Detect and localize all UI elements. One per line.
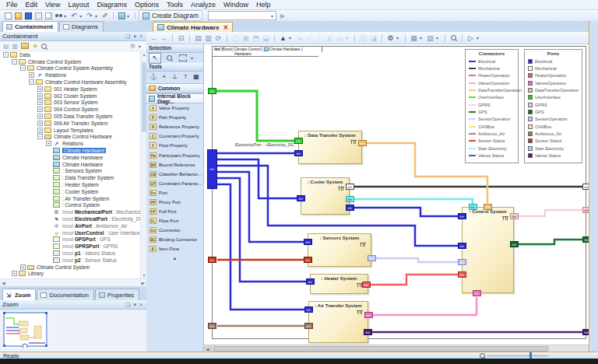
tree-item[interactable]: : Air Transfer System	[0, 195, 140, 202]
tree-plus-badge[interactable]: +	[37, 107, 43, 112]
tree-plus-badge[interactable]: +	[37, 128, 43, 133]
tree-item[interactable]: Climate Hardware	[0, 161, 140, 168]
combo-caret[interactable]: ▾	[271, 13, 276, 19]
menu-item-window[interactable]: Window	[220, 0, 252, 9]
simulate-icon[interactable]: ▷	[466, 34, 475, 42]
marquee-select-tool[interactable]	[177, 53, 189, 64]
zoom-tool[interactable]	[163, 53, 175, 64]
show-children-icon[interactable]: ▥	[204, 34, 213, 42]
tree-item[interactable]: −Climate Control Hardware Assembly	[0, 79, 140, 86]
port-dts-user-interface[interactable]: «»	[294, 138, 303, 144]
palette-item[interactable]: IFItem Flow	[146, 244, 203, 254]
block-cooler-system[interactable]: : Cooler System	[301, 177, 350, 215]
zoom-close-icon[interactable]: ×	[138, 302, 144, 307]
port-control-heater-operation[interactable]: «»	[458, 271, 466, 278]
port-air-valves-operation[interactable]: «»	[364, 312, 373, 318]
shape-caret[interactable]: ▾	[346, 35, 350, 40]
layout-caret[interactable]: ▾	[289, 35, 294, 40]
tree-item[interactable]: Climate Hardware	[0, 147, 140, 154]
layout-icon[interactable]: ▲	[279, 34, 287, 42]
port-control-start-electricity[interactable]: «»	[469, 204, 477, 210]
print-preview-icon[interactable]	[44, 11, 53, 20]
menu-item-diagrams[interactable]: Diagrams	[93, 0, 131, 9]
port-sensors-electrical[interactable]: «»	[304, 239, 312, 245]
back-icon[interactable]: ←	[150, 34, 158, 42]
tab-documentation[interactable]: Documentation	[37, 289, 93, 300]
tree-item[interactable]: : Heater System	[0, 181, 140, 188]
status-zoom-slider[interactable]	[480, 353, 548, 359]
tree-plus-badge[interactable]: +	[37, 100, 43, 105]
undo-icon[interactable]	[69, 11, 79, 20]
tab-climate-hardware[interactable]: Climate Hardware ✕	[153, 22, 233, 32]
tree-item[interactable]: : Cooler System	[0, 188, 140, 195]
block-heater-system[interactable]: : Heater System	[310, 274, 368, 294]
favorites-icon[interactable]: ★	[32, 42, 38, 50]
canvas-scroll-thumb[interactable]	[213, 346, 548, 352]
port-air-ambience[interactable]: «»	[304, 323, 313, 329]
tree-item[interactable]: Climate Hardware	[0, 154, 140, 161]
run-icon[interactable]: ▶	[280, 12, 285, 19]
tree-item[interactable]: inout GPSPort : GPS	[0, 236, 140, 243]
port-cooler-electrical-right[interactable]: «»	[346, 205, 354, 211]
tree-item[interactable]: inout AirPort : Ambience_Air	[0, 222, 140, 229]
port-dts-electrical[interactable]: «»	[294, 150, 303, 156]
float-panel-icon[interactable]: ❏	[124, 33, 132, 40]
menu-item-help[interactable]: Help	[252, 0, 275, 9]
port-frame-user-interface[interactable]: «»	[208, 88, 216, 94]
port-control-electrical-2[interactable]: «»	[458, 243, 466, 249]
appearance-icon[interactable]: ▧	[426, 34, 434, 42]
show-parents-icon[interactable]: ▤	[194, 34, 202, 42]
tree-item[interactable]: inout ElectricalPort : Electricity_DC	[0, 215, 140, 222]
tree-item[interactable]: +Layout Templates	[0, 127, 140, 134]
port-frame-mechanical[interactable]: «»	[582, 184, 589, 190]
print-icon[interactable]	[33, 11, 43, 20]
diagrams-dropdown-caret[interactable]: ▾	[127, 13, 132, 19]
tree-item[interactable]: −Data	[0, 51, 140, 58]
block-air-transfer-system[interactable]: : Air Transfer System	[308, 301, 368, 343]
palette-item[interactable]: FLFlow Port	[146, 216, 203, 226]
zoom-search-icon[interactable]	[449, 34, 458, 42]
palette-item[interactable]: CnConnector	[146, 226, 203, 235]
tree-item[interactable]: −Climate Control System Assembly	[0, 65, 140, 72]
resize-tool-icon[interactable]: ⊥	[171, 72, 180, 82]
oblique-path-icon[interactable]: ⋮	[315, 34, 324, 42]
tree-settings-gear-icon[interactable]: ⚙	[130, 43, 135, 50]
grid-tool-icon[interactable]: ▦	[192, 72, 201, 82]
route-path-icon[interactable]: ↘	[295, 34, 304, 42]
tree-item[interactable]: +Climate Control System	[0, 264, 140, 271]
tree-plus-badge[interactable]: +	[37, 86, 43, 92]
tree-item[interactable]: +Library	[0, 271, 140, 278]
note-icon[interactable]: ◪	[369, 34, 378, 42]
tree-item[interactable]: +004 Control System	[0, 106, 140, 113]
quick-search-icon[interactable]	[41, 44, 47, 49]
port-cooler-electrical-left[interactable]: «»	[297, 195, 305, 201]
tree-item[interactable]: +006 Air Transfer System	[0, 120, 140, 127]
tree-item[interactable]: : Control System	[0, 202, 140, 209]
tree-item[interactable]: +003 Sensor System	[0, 100, 140, 107]
diagram-canvas[interactable]: ibd [Block] Climate Control [Climate Har…	[204, 44, 589, 345]
find-dropdown-caret[interactable]: ▾	[64, 13, 69, 19]
menu-item-options[interactable]: Options	[131, 0, 163, 9]
tree-plus-badge[interactable]: +	[37, 114, 43, 119]
palette-item[interactable]: PaParticipant Property	[146, 150, 203, 159]
tree-plus-badge[interactable]: +	[37, 121, 43, 126]
port-frame-sensor-status[interactable]: «»	[208, 257, 216, 263]
menu-item-view[interactable]: View	[41, 0, 64, 9]
appearance-caret[interactable]: ▾	[436, 35, 441, 40]
palette-item[interactable]: CBClassifier Behavior...	[146, 170, 203, 179]
port-frame-valves-status[interactable]: «»	[582, 329, 589, 335]
tree-item[interactable]: +005 Data Transfer System	[0, 113, 140, 120]
undo-dropdown-caret[interactable]: ▾	[79, 13, 84, 19]
find-icon[interactable]	[54, 11, 63, 20]
tab-properties[interactable]: Properties	[95, 289, 139, 300]
tree-minus-badge[interactable]: −	[29, 79, 34, 85]
common-section-bar[interactable]: Common	[146, 83, 203, 93]
palette-item[interactable]: PoPort	[146, 188, 203, 198]
port-heater-electrical[interactable]: «»	[306, 278, 315, 285]
tree-minus-badge[interactable]: −	[37, 134, 43, 139]
port-sensors-sensor-status[interactable]: «»	[304, 257, 312, 263]
diagram-settings-gear-icon[interactable]: ⚙	[386, 34, 395, 42]
tree-item[interactable]: inout GPRSPort : GPRS	[0, 243, 140, 250]
block-control-system[interactable]: : Control System	[462, 207, 514, 293]
block-sensors-system[interactable]: : Sensors System	[308, 233, 371, 267]
